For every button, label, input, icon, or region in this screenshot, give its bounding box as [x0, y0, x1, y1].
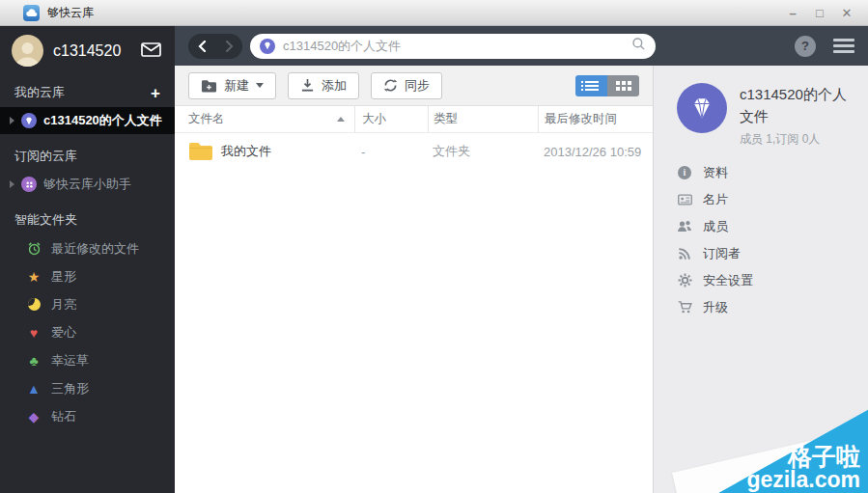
search-icon[interactable] [631, 37, 646, 55]
menu-item-card[interactable]: 名片 [677, 186, 858, 213]
file-list-header: 文件名 大小 类型 最后修改时间 [175, 106, 653, 133]
sidebar-item-personal-library[interactable]: c1314520的个人文件 [0, 107, 175, 134]
menu-icon[interactable] [833, 39, 854, 53]
address-text[interactable]: c1314520的个人文件 [283, 38, 624, 55]
menu-item-upgrade[interactable]: 升级 [677, 294, 858, 321]
library-menu: i 资料 名片 成员 [677, 159, 858, 321]
expand-caret-icon[interactable] [10, 180, 14, 188]
forward-button[interactable] [215, 34, 242, 59]
add-library-button[interactable]: + [151, 85, 160, 101]
library-avatar-gem-icon [677, 83, 727, 133]
sidebar-item-moon[interactable]: 月亮 [0, 290, 175, 318]
sidebar-item-diamond[interactable]: ◆ 钻石 [0, 402, 175, 430]
close-button[interactable]: ✕ [833, 3, 860, 22]
smart-item-label: 三角形 [51, 380, 89, 397]
navigation-bar: c1314520的个人文件 ? [175, 26, 868, 66]
sidebar: c1314520 我的云库 + c1314520的个人文件 订阅的云库 [0, 26, 175, 493]
sidebar-item-star[interactable]: ★ 星形 [0, 262, 175, 290]
file-type: 文件夹 [428, 143, 538, 160]
column-header-size[interactable]: 大小 [354, 106, 428, 132]
section-subscribed-libraries: 订阅的云库 [0, 142, 175, 171]
window-title: 够快云库 [47, 5, 779, 21]
assistant-label: 够快云库小助手 [43, 176, 131, 193]
smart-item-label: 最近修改的文件 [51, 240, 139, 258]
grid-view-button[interactable] [607, 75, 639, 96]
members-icon [677, 219, 692, 234]
cart-icon [677, 300, 692, 315]
sort-ascending-icon [337, 117, 345, 122]
triangle-icon: ▲ [26, 381, 42, 397]
sidebar-item-heart[interactable]: ♥ 爱心 [0, 318, 175, 346]
sync-button-label: 同步 [405, 77, 430, 95]
column-header-type[interactable]: 类型 [428, 106, 538, 132]
library-gem-icon [260, 39, 275, 54]
gear-icon [677, 273, 692, 288]
user-name: c1314520 [53, 42, 141, 60]
watermark-url: gezila.com [746, 469, 860, 491]
add-button-label: 添加 [322, 77, 347, 95]
add-button[interactable]: 添加 [288, 72, 359, 99]
file-size: - [354, 145, 428, 159]
maximize-button[interactable]: □ [806, 3, 833, 22]
column-header-modified[interactable]: 最后修改时间 [538, 106, 653, 132]
watermark: 格子啦 gezila.com [660, 408, 868, 493]
section-my-libraries: 我的云库 + [0, 78, 175, 107]
menu-item-profile[interactable]: i 资料 [677, 159, 858, 186]
sidebar-item-assistant[interactable]: 够快云库小助手 [0, 171, 175, 198]
info-icon: i [677, 165, 692, 180]
smart-item-label: 钻石 [51, 408, 76, 425]
mail-icon[interactable] [141, 42, 161, 60]
diamond-icon: ◆ [26, 409, 42, 425]
list-view-icon [585, 81, 599, 91]
view-toggle [575, 75, 639, 96]
expand-caret-icon[interactable] [10, 117, 14, 124]
toolbar: 新建 添加 同步 [175, 66, 653, 106]
file-name: 我的文件 [221, 143, 271, 160]
smart-folders-label: 智能文件夹 [14, 211, 77, 229]
menu-item-members[interactable]: 成员 [677, 213, 858, 240]
library-title: c1314520的个人文件 [740, 83, 859, 128]
file-modified: 2013/12/26 10:59 [538, 145, 653, 159]
help-button[interactable]: ? [795, 36, 816, 57]
watermark-title: 格子啦 [746, 445, 860, 469]
upload-icon [300, 78, 315, 93]
new-button-label: 新建 [224, 77, 249, 95]
personal-library-label: c1314520的个人文件 [43, 112, 162, 129]
menu-item-subscribers[interactable]: 订阅者 [677, 240, 858, 267]
grid-view-icon [616, 81, 631, 91]
smart-item-label: 星形 [51, 268, 76, 286]
library-gem-icon [21, 113, 37, 128]
new-button[interactable]: 新建 [188, 72, 276, 99]
sync-button[interactable]: 同步 [371, 72, 442, 99]
address-search-bar[interactable]: c1314520的个人文件 [250, 34, 656, 59]
new-folder-icon [201, 79, 217, 93]
star-icon: ★ [26, 269, 42, 285]
my-libraries-label: 我的云库 [14, 84, 65, 101]
watermark-white-band [672, 430, 864, 493]
sync-icon [383, 78, 398, 93]
dropdown-caret-icon [256, 83, 264, 88]
list-view-button[interactable] [575, 75, 607, 96]
watermark-cyan-triangle [660, 408, 868, 493]
section-smart-folders: 智能文件夹 [0, 205, 175, 234]
library-member-count: 成员 1,订阅 0人 [740, 131, 859, 148]
minimize-button[interactable]: – [779, 3, 806, 22]
file-list: 文件名 大小 类型 最后修改时间 [175, 106, 653, 493]
smart-item-label: 爱心 [51, 324, 76, 342]
smart-item-label: 月亮 [51, 296, 76, 314]
back-button[interactable] [188, 34, 215, 59]
sidebar-item-triangle[interactable]: ▲ 三角形 [0, 374, 175, 402]
menu-item-security-settings[interactable]: 安全设置 [677, 267, 858, 294]
heart-icon: ♥ [26, 325, 42, 341]
user-account-row[interactable]: c1314520 [0, 26, 175, 70]
file-row[interactable]: 我的文件 - 文件夹 2013/12/26 10:59 [175, 133, 653, 170]
contact-card-icon [677, 192, 692, 207]
column-header-filename[interactable]: 文件名 [175, 106, 354, 132]
smart-item-label: 幸运草 [51, 352, 89, 370]
club-icon: ♣ [26, 353, 42, 369]
sidebar-item-recently-modified[interactable]: 最近修改的文件 [0, 234, 175, 262]
sidebar-item-clover[interactable]: ♣ 幸运草 [0, 346, 175, 374]
library-info-panel: c1314520的个人文件 成员 1,订阅 0人 i 资料 [653, 66, 868, 493]
app-logo-icon [23, 5, 40, 21]
moon-icon [26, 297, 42, 313]
